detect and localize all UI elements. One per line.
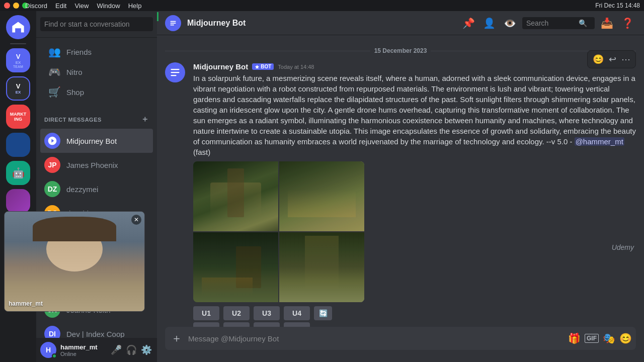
chat-header-actions: 📌 👤 👁️ 🔍 📥 ❓: [460, 15, 636, 31]
grid-image-top-right[interactable]: [279, 161, 364, 231]
titlebar-menu: Discord Edit View Window Help: [25, 2, 141, 10]
sidebar-search-area: [36, 11, 157, 38]
gif-icon[interactable]: GIF: [585, 334, 599, 343]
settings-icon[interactable]: ⚙️: [140, 343, 153, 356]
video-call-overlay: hammer_mt ✕: [4, 211, 145, 312]
grid-image-bottom-right[interactable]: [279, 232, 364, 302]
dm-item-dezzymei[interactable]: DZ dezzymei: [40, 177, 153, 201]
server-icon-v-ex-team[interactable]: V EX TEAM: [6, 48, 30, 72]
username-label: hammer_mt: [60, 343, 106, 351]
upscale-3-button[interactable]: U3: [254, 306, 280, 320]
dm-item-midjourney[interactable]: Midjourney Bot: [40, 129, 153, 153]
message-avatar-midjourney: [165, 62, 185, 82]
message-hover-actions: 😊 ↩ ⋯: [587, 50, 636, 68]
nitro-icon: 🎮: [48, 66, 60, 78]
dm-section-header: DIRECT MESSAGES ＋: [36, 106, 157, 127]
input-actions: 🎁 GIF 🎭 😊: [568, 332, 632, 344]
inbox-icon[interactable]: 📥: [599, 15, 615, 31]
user-info: hammer_mt Online: [60, 343, 106, 357]
help-icon[interactable]: ❓: [619, 15, 636, 31]
variation-3-button[interactable]: V3: [254, 322, 280, 327]
upscale-4-button[interactable]: U4: [284, 306, 310, 320]
menu-window[interactable]: Window: [97, 2, 120, 10]
dm-name-midjourney: Midjourney Bot: [66, 137, 117, 145]
message-mention[interactable]: @hammer_mt: [575, 137, 624, 146]
menu-help[interactable]: Help: [128, 2, 142, 10]
grid-image-bottom-left[interactable]: [193, 232, 278, 302]
user-panel-icons: 🎤 🎧 ⚙️: [110, 343, 153, 356]
bot-badge: BOT: [252, 63, 274, 70]
add-friend-icon[interactable]: 👤: [481, 15, 498, 31]
microphone-icon[interactable]: 🎤: [110, 343, 123, 356]
server-icon-v-ex[interactable]: V EX: [6, 76, 30, 101]
dm-avatar-james: JP: [44, 157, 60, 173]
channel-name: Midjourney Bot: [187, 19, 246, 28]
pin-icon[interactable]: 📌: [460, 15, 477, 31]
chat-header: Midjourney Bot 📌 👤 👁️ 🔍 📥 ❓: [157, 11, 644, 35]
profile-icon[interactable]: 👁️: [502, 15, 518, 31]
dm-name-james: James Phoenix: [66, 161, 118, 169]
dm-item-dev-index[interactable]: DI Dev | Index Coop: [40, 322, 153, 338]
dm-avatar-midjourney: [44, 133, 60, 149]
menu-view[interactable]: View: [74, 2, 89, 10]
chat-input-wrapper: ＋ 🎁 GIF 🎭 😊: [165, 327, 636, 350]
headset-icon[interactable]: 🎧: [125, 343, 138, 356]
message-author: Midjourney Bot: [193, 62, 248, 71]
search-input[interactable]: [40, 17, 153, 31]
video-close-button[interactable]: ✕: [131, 215, 141, 225]
sticker-icon[interactable]: 🎭: [603, 332, 615, 344]
add-attachment-button[interactable]: ＋: [169, 327, 184, 350]
user-panel: H hammer_mt Online 🎤 🎧 ⚙️: [36, 338, 157, 362]
chat-input-area: ＋ 🎁 GIF 🎭 😊: [157, 327, 644, 362]
emoji-icon[interactable]: 😊: [619, 332, 632, 344]
server-icon-chatgpt[interactable]: 🤖: [6, 161, 30, 185]
add-dm-button[interactable]: ＋: [141, 114, 149, 125]
server-divider: [10, 43, 26, 44]
message-timestamp: Today at 14:48: [278, 64, 314, 70]
action-buttons-row1: U1 U2 U3 U4 🔄: [193, 306, 636, 320]
variation-1-button[interactable]: V1: [193, 322, 219, 327]
dm-item-james[interactable]: JP James Phoenix: [40, 153, 153, 177]
user-avatar: H: [40, 342, 56, 358]
sidebar-item-shop[interactable]: 🛒 Shop: [40, 82, 153, 102]
server-icon-marketing[interactable]: MARKTING: [6, 105, 30, 129]
chat-search-input[interactable]: [526, 19, 577, 27]
variation-2-button[interactable]: V2: [223, 322, 250, 327]
minimize-button[interactable]: [13, 3, 19, 9]
grid-image-top-left[interactable]: [193, 161, 278, 231]
menu-edit[interactable]: Edit: [55, 2, 66, 10]
message-content: Midjourney Bot BOT Today at 14:48 In a s…: [193, 62, 636, 327]
reply-icon[interactable]: ↩: [607, 53, 618, 66]
bot-avatar: [165, 15, 181, 31]
message-image-grid[interactable]: [193, 161, 364, 302]
message-input[interactable]: [188, 329, 564, 348]
more-options-icon[interactable]: ⋯: [619, 53, 632, 66]
shop-icon: 🛒: [48, 86, 60, 98]
server-icon-purple[interactable]: [6, 189, 30, 213]
server-icon-blue[interactable]: [6, 133, 30, 157]
action-buttons-row2: V1 V2 V3 V4: [193, 322, 636, 327]
udemy-badge: Udemy: [612, 243, 634, 251]
dm-avatar-dezzymei: DZ: [44, 181, 60, 197]
upscale-1-button[interactable]: U1: [193, 306, 219, 320]
gift-icon[interactable]: 🎁: [568, 332, 581, 344]
upscale-2-button[interactable]: U2: [223, 306, 250, 320]
message-text: In a solarpunk future, a mesmerizing sce…: [193, 73, 636, 157]
sidebar-item-nitro[interactable]: 🎮 Nitro: [40, 62, 153, 82]
status-dot-online: [52, 353, 57, 358]
video-username: hammer_mt: [9, 300, 43, 307]
dm-name-dev-index: Dev | Index Coop: [66, 330, 125, 338]
search-icon: 🔍: [579, 19, 587, 27]
menu-discord[interactable]: Discord: [25, 2, 47, 10]
titlebar-time: Fri Dec 15 14:48: [595, 2, 640, 9]
close-button[interactable]: [4, 3, 10, 9]
sidebar-navigation: 👥 Friends 🎮 Nitro 🛒 Shop: [36, 38, 157, 106]
main-chat: Midjourney Bot 📌 👤 👁️ 🔍 📥 ❓ 15 December …: [157, 11, 644, 362]
message-midjourney: 😊 ↩ ⋯ Midjourney Bot BOT: [157, 58, 644, 327]
variation-4-button[interactable]: V4: [284, 322, 310, 327]
home-server-icon[interactable]: [6, 15, 30, 39]
emoji-react-icon[interactable]: 😊: [591, 53, 606, 66]
friends-icon: 👥: [48, 46, 60, 58]
refresh-button[interactable]: 🔄: [314, 306, 332, 320]
sidebar-item-friends[interactable]: 👥 Friends: [40, 42, 153, 62]
